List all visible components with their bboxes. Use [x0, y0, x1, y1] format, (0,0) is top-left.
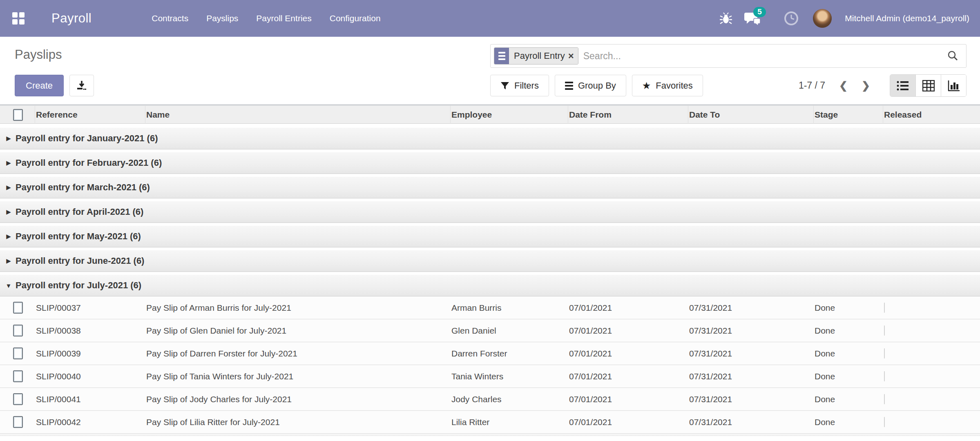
cell-employee: Arman Burris — [451, 303, 568, 313]
cell-name: Pay Slip of Jody Charles for July-2021 — [145, 394, 451, 404]
group-by-icon — [565, 82, 573, 90]
pager-previous-icon[interactable]: ❮ — [839, 80, 848, 91]
column-header-date-from[interactable]: Date From — [568, 106, 688, 124]
search-input[interactable] — [578, 51, 947, 62]
released-checkbox — [884, 348, 885, 359]
group-row-march[interactable]: ▶ Payroll entry for March-2021 (6) — [0, 177, 980, 198]
messages-icon[interactable]: 5 — [744, 11, 761, 26]
cell-employee: Glen Daniel — [451, 326, 568, 336]
column-header-stage[interactable]: Stage — [814, 106, 883, 124]
table-row[interactable]: SLIP/00039 Pay Slip of Darren Forster fo… — [0, 342, 980, 365]
released-checkbox — [884, 394, 885, 404]
cell-employee: Tania Winters — [451, 372, 568, 381]
pager: 1-7 / 7 ❮ ❯ — [799, 80, 870, 91]
group-by-button[interactable]: Group By — [555, 75, 626, 96]
table-row[interactable]: SLIP/00037 Pay Slip of Arman Burris for … — [0, 296, 980, 319]
cell-reference: SLIP/00039 — [35, 349, 145, 359]
pager-range: 1-7 / 7 — [799, 80, 825, 91]
search-bar[interactable]: Payroll Entry × — [490, 44, 967, 68]
facet-label: Payroll Entry — [514, 51, 565, 61]
facet-close-icon[interactable]: × — [568, 51, 574, 61]
cell-name: Pay Slip of Arman Burris for July-2021 — [145, 303, 451, 313]
list-view-button[interactable] — [890, 75, 915, 96]
nav-item-configuration[interactable]: Configuration — [329, 10, 382, 27]
column-header-name[interactable]: Name — [145, 106, 451, 124]
column-header-released[interactable]: Released — [883, 106, 980, 124]
nav-item-payroll-entries[interactable]: Payroll Entries — [255, 10, 312, 27]
column-header-employee[interactable]: Employee — [451, 106, 568, 124]
list-view-icon — [897, 80, 909, 91]
cell-stage: Done — [814, 417, 883, 427]
cell-employee: Darren Forster — [451, 349, 568, 359]
row-checkbox[interactable] — [13, 325, 23, 336]
cell-date-from: 07/01/2021 — [568, 326, 688, 336]
cell-date-from: 07/01/2021 — [568, 349, 688, 359]
cell-date-to: 07/31/2021 — [688, 326, 814, 336]
table-row[interactable]: SLIP/00042 Pay Slip of Lilia Ritter for … — [0, 411, 980, 434]
search-icon[interactable] — [947, 50, 959, 62]
table-row[interactable]: SLIP/00041 Pay Slip of Jody Charles for … — [0, 388, 980, 411]
view-switcher — [890, 74, 967, 97]
apps-menu-icon[interactable] — [12, 12, 25, 24]
debug-bug-icon[interactable] — [719, 11, 733, 25]
favorites-button[interactable]: ★ Favorites — [632, 75, 703, 96]
cell-date-to: 07/31/2021 — [688, 417, 814, 427]
graph-view-button[interactable] — [941, 75, 966, 96]
row-checkbox[interactable] — [13, 302, 23, 314]
caret-right-icon: ▶ — [3, 208, 14, 216]
column-header-date-to[interactable]: Date To — [688, 106, 814, 124]
pivot-view-button[interactable] — [915, 75, 941, 96]
app-name[interactable]: Payroll — [51, 11, 92, 26]
released-checkbox — [884, 417, 885, 427]
payslips-list: Reference Name Employee Date From Date T… — [0, 104, 980, 436]
cell-stage: Done — [814, 394, 883, 404]
cell-reference: SLIP/00041 — [35, 394, 145, 404]
caret-right-icon: ▶ — [3, 159, 14, 167]
search-options: Filters Group By ★ Favorites 1-7 / 7 ❮ ❯ — [490, 74, 967, 97]
cell-reference: SLIP/00040 — [35, 372, 145, 381]
cell-stage: Done — [814, 326, 883, 336]
group-row-february[interactable]: ▶ Payroll entry for February-2021 (6) — [0, 152, 980, 174]
row-checkbox[interactable] — [13, 416, 23, 428]
top-navbar: Payroll Contracts Payslips Payroll Entri… — [0, 0, 980, 37]
filters-button[interactable]: Filters — [490, 75, 549, 96]
select-all-checkbox[interactable] — [13, 109, 23, 121]
cell-date-to: 07/31/2021 — [688, 372, 814, 381]
group-row-january[interactable]: ▶ Payroll entry for January-2021 (6) — [0, 128, 980, 149]
group-row-may[interactable]: ▶ Payroll entry for May-2021 (6) — [0, 226, 980, 247]
nav-menu: Contracts Payslips Payroll Entries Confi… — [151, 10, 381, 27]
pivot-view-icon — [922, 80, 935, 91]
user-avatar[interactable] — [813, 9, 832, 28]
table-row[interactable]: SLIP/00038 Pay Slip of Glen Daniel for J… — [0, 319, 980, 342]
export-button[interactable] — [69, 75, 94, 96]
user-menu[interactable]: Mitchell Admin (demo14_payroll) — [845, 13, 969, 23]
column-header-reference[interactable]: Reference — [35, 106, 145, 124]
cell-reference: SLIP/00038 — [35, 326, 145, 336]
group-row-june[interactable]: ▶ Payroll entry for June-2021 (6) — [0, 250, 980, 272]
group-row-july[interactable]: ▼ Payroll entry for July-2021 (6) — [0, 275, 980, 296]
released-checkbox — [884, 371, 885, 381]
cell-date-to: 07/31/2021 — [688, 349, 814, 359]
create-button[interactable]: Create — [15, 75, 64, 96]
nav-item-payslips[interactable]: Payslips — [205, 10, 239, 27]
cell-date-from: 07/01/2021 — [568, 303, 688, 313]
cell-name: Pay Slip of Glen Daniel for July-2021 — [145, 326, 451, 336]
row-checkbox[interactable] — [13, 347, 23, 359]
row-checkbox[interactable] — [13, 393, 23, 405]
star-icon: ★ — [642, 80, 651, 91]
group-row-april[interactable]: ▶ Payroll entry for April-2021 (6) — [0, 201, 980, 223]
activities-clock-icon[interactable] — [784, 11, 799, 26]
nav-item-contracts[interactable]: Contracts — [151, 10, 189, 27]
message-count-badge: 5 — [753, 7, 766, 17]
caret-right-icon: ▶ — [3, 233, 14, 240]
caret-right-icon: ▶ — [3, 135, 14, 142]
pager-next-icon[interactable]: ❯ — [862, 80, 870, 91]
cell-date-from: 07/01/2021 — [568, 417, 688, 427]
cell-name: Pay Slip of Tania Winters for July-2021 — [145, 372, 451, 381]
cell-employee: Jody Charles — [451, 394, 568, 404]
table-row[interactable]: SLIP/00040 Pay Slip of Tania Winters for… — [0, 365, 980, 388]
released-checkbox — [884, 303, 885, 313]
caret-right-icon: ▶ — [3, 184, 14, 191]
cell-employee: Lilia Ritter — [451, 417, 568, 427]
row-checkbox[interactable] — [13, 370, 23, 382]
